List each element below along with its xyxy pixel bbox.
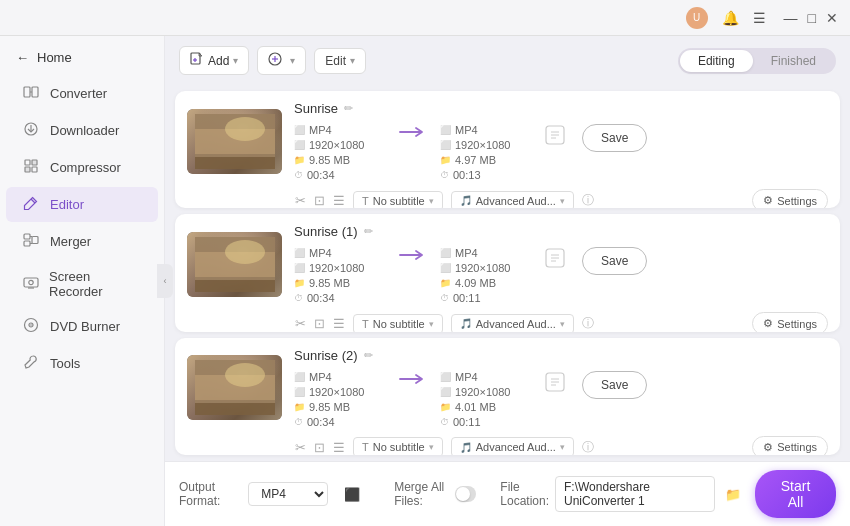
sidebar-home[interactable]: ← Home	[0, 44, 164, 75]
add-file-chevron: ▾	[233, 55, 238, 66]
adjust-icon-2[interactable]: ☰	[333, 440, 345, 455]
file-edit-icon-0[interactable]: ✏	[344, 102, 353, 115]
add-file-button[interactable]: Add ▾	[179, 46, 249, 75]
maximize-button[interactable]: □	[808, 10, 816, 26]
crop-icon-1[interactable]: ⊡	[314, 316, 325, 331]
svg-rect-46	[195, 403, 275, 415]
edit-label: Edit	[325, 54, 346, 68]
settings-button-2[interactable]: ⚙ Settings	[752, 436, 828, 455]
save-button-1[interactable]: Save	[582, 247, 647, 275]
file-info-2: Sunrise (2) ✏ ⬜ MP4 ⬜	[294, 348, 828, 428]
file-edit-icon-1[interactable]: ✏	[364, 225, 373, 238]
info-icon-2[interactable]: ⓘ	[582, 439, 594, 455]
sidebar-item-downloader[interactable]: Downloader	[6, 113, 158, 148]
src-duration-2: 00:34	[307, 416, 335, 428]
bell-icon[interactable]: 🔔	[722, 10, 739, 26]
save-button-0[interactable]: Save	[582, 124, 647, 152]
audio-dropdown-1[interactable]: 🎵 Advanced Aud... ▾	[451, 314, 574, 332]
sidebar-collapse-handle[interactable]: ‹	[157, 264, 173, 298]
sidebar-item-dvd-burner[interactable]: DVD Burner	[6, 309, 158, 344]
sidebar-item-merger[interactable]: Merger	[6, 224, 158, 259]
folder-icon[interactable]: 📁	[725, 487, 741, 502]
sidebar-item-converter[interactable]: Converter	[6, 76, 158, 111]
settings-button-1[interactable]: ⚙ Settings	[752, 312, 828, 331]
more-icon[interactable]: ☰	[753, 10, 766, 26]
dst-format-1: MP4	[455, 247, 478, 259]
audio-value-0: Advanced Aud...	[476, 195, 556, 207]
file-name-1: Sunrise (1)	[294, 224, 358, 239]
dst-res-icon-0: ⬜	[440, 140, 451, 150]
file-item-0: Sunrise ✏ ⬜ MP4 ⬜ 1920	[175, 91, 840, 208]
settings-label-0: Settings	[777, 195, 817, 207]
crop-icon-0[interactable]: ⊡	[314, 193, 325, 208]
arrow-0	[392, 124, 432, 140]
info-icon-1[interactable]: ⓘ	[582, 315, 594, 331]
svg-point-20	[30, 324, 32, 326]
dst-size-2: 4.01 MB	[455, 401, 496, 413]
bottom-bar: Output Format: MP4 MOV AVI MKV ⬛ Merge A…	[165, 461, 850, 526]
subtitle-dropdown-2[interactable]: T No subtitle ▾	[353, 437, 443, 455]
edit-dropdown[interactable]: Edit ▾	[314, 48, 366, 74]
sidebar-item-tools[interactable]: Tools	[6, 346, 158, 381]
file-edit-icon-2[interactable]: ✏	[364, 349, 373, 362]
dst-format-0: MP4	[455, 124, 478, 136]
src-format-icon-2: ⬜	[294, 372, 305, 382]
dst-duration-2: 00:11	[453, 416, 481, 428]
minimize-button[interactable]: —	[784, 10, 798, 26]
format-dropdown[interactable]: MP4 MOV AVI MKV	[248, 482, 328, 506]
src-duration-0: 00:34	[307, 169, 335, 181]
svg-point-37	[225, 240, 265, 264]
dst-format-2: MP4	[455, 371, 478, 383]
scissors-icon-1[interactable]: ✂	[295, 316, 306, 331]
tab-editing[interactable]: Editing	[680, 50, 753, 72]
dst-size-icon-0: 📁	[440, 155, 451, 165]
adjust-icon-0[interactable]: ☰	[333, 193, 345, 208]
audio-chevron-1: ▾	[560, 319, 565, 329]
scissors-icon-0[interactable]: ✂	[295, 193, 306, 208]
dvd-burner-label: DVD Burner	[50, 319, 120, 334]
close-button[interactable]: ✕	[826, 10, 838, 26]
settings-button-0[interactable]: ⚙ Settings	[752, 189, 828, 208]
subtitle-dropdown-0[interactable]: T No subtitle ▾	[353, 191, 443, 209]
sidebar-item-screen-recorder[interactable]: Screen Recorder	[6, 261, 158, 307]
start-all-button[interactable]: Start All	[755, 470, 836, 518]
src-meta-1: ⬜ MP4 ⬜ 1920×1080 📁 9.85 MB	[294, 247, 384, 304]
tab-finished[interactable]: Finished	[753, 50, 834, 72]
editor-label: Editor	[50, 197, 84, 212]
src-format-1: MP4	[309, 247, 332, 259]
sidebar-item-compressor[interactable]: Compressor	[6, 150, 158, 185]
compressor-icon	[22, 158, 40, 177]
add-button2[interactable]: ▾	[257, 46, 306, 75]
screen-recorder-icon	[22, 275, 39, 294]
audio-dropdown-2[interactable]: 🎵 Advanced Aud... ▾	[451, 437, 574, 455]
src-meta-2: ⬜ MP4 ⬜ 1920×1080 📁 9.85 MB	[294, 371, 384, 428]
src-size-0: 9.85 MB	[309, 154, 350, 166]
tools-label: Tools	[50, 356, 80, 371]
merge-toggle[interactable]	[455, 486, 476, 502]
info-icon-0[interactable]: ⓘ	[582, 192, 594, 208]
dst-res-icon-1: ⬜	[440, 263, 451, 273]
dst-format-icon-2: ⬜	[440, 372, 451, 382]
dst-dur-icon-2: ⏱	[440, 417, 449, 427]
content-area: Add ▾ ▾ Edit ▾ Editing Finished	[165, 36, 850, 526]
audio-dropdown-0[interactable]: 🎵 Advanced Aud... ▾	[451, 191, 574, 209]
gear-icon-1: ⚙	[763, 317, 773, 330]
settings-label-2: Settings	[777, 441, 817, 453]
file-info-1: Sunrise (1) ✏ ⬜ MP4 ⬜	[294, 224, 828, 304]
crop-icon-2[interactable]: ⊡	[314, 440, 325, 455]
subtitle-dropdown-1[interactable]: T No subtitle ▾	[353, 314, 443, 332]
src-meta-0: ⬜ MP4 ⬜ 1920×1080 📁 9.85 MB	[294, 124, 384, 181]
edit-chevron: ▾	[350, 55, 355, 66]
scissors-icon-2[interactable]: ✂	[295, 440, 306, 455]
adjust-icon-1[interactable]: ☰	[333, 316, 345, 331]
dst-res-icon-2: ⬜	[440, 387, 451, 397]
dst-meta-0: ⬜ MP4 ⬜ 1920×1080 📁 4.97 MB	[440, 124, 530, 181]
dvd-burner-icon	[22, 317, 40, 336]
src-res-icon-1: ⬜	[294, 263, 305, 273]
sidebar-item-editor[interactable]: Editor	[6, 187, 158, 222]
user-avatar[interactable]: U	[686, 7, 708, 29]
audio-icon-1: 🎵	[460, 318, 472, 329]
svg-rect-6	[32, 160, 37, 165]
save-button-2[interactable]: Save	[582, 371, 647, 399]
arrow-1	[392, 247, 432, 263]
